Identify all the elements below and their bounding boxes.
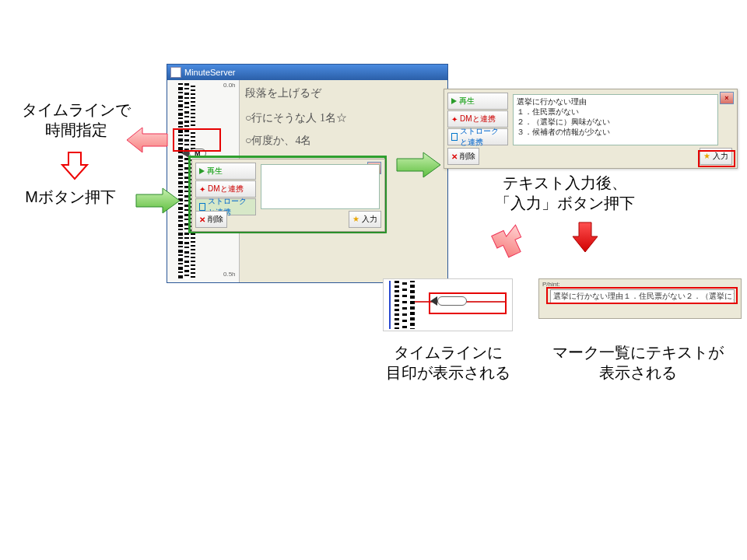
arrow-left-pink [127, 128, 167, 152]
arrow-down-red [573, 222, 598, 252]
arrow-right-green-2 [397, 152, 440, 177]
arrows-layer [0, 0, 747, 560]
arrow-right-green-1 [136, 188, 180, 213]
arrow-downleft-pink [487, 219, 529, 261]
arrow-down-outline [62, 152, 87, 179]
